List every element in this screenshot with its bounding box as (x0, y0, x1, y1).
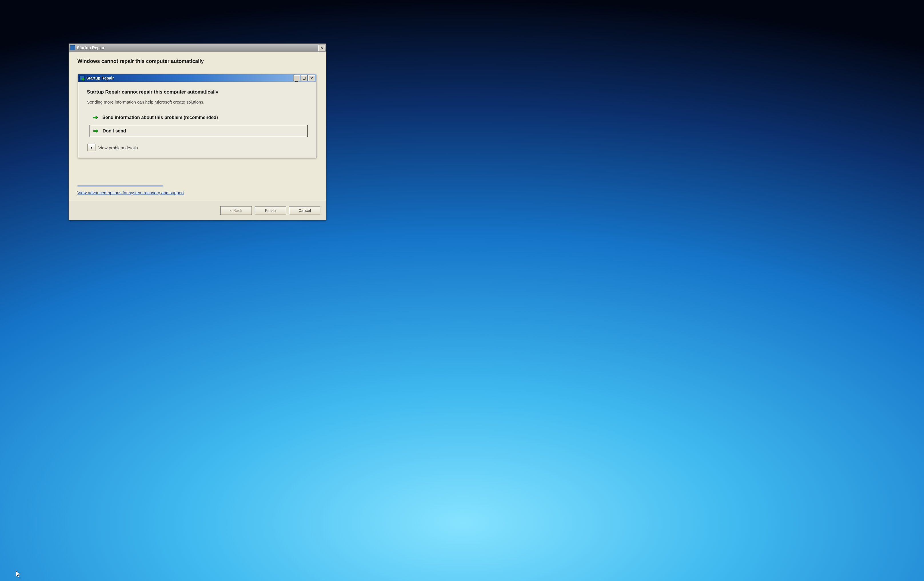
inner-title-bar[interactable]: Startup Repair ▁ ☐ ✕ (78, 74, 316, 82)
cancel-button[interactable]: Cancel (289, 206, 320, 215)
maximize-icon: ☐ (302, 76, 306, 80)
advanced-options-link[interactable]: View advanced options for system recover… (78, 190, 184, 195)
inner-maximize-button[interactable]: ☐ (301, 75, 307, 81)
problem-details-row: ▼ View problem details (87, 144, 307, 151)
outer-heading: Windows cannot repair this computer auto… (78, 58, 317, 65)
option-label: Don't send (102, 128, 126, 134)
inner-heading: Startup Repair cannot repair this comput… (87, 89, 307, 95)
close-icon: ✕ (320, 46, 323, 50)
option-label: Send information about this problem (rec… (102, 115, 218, 120)
arrow-right-icon (93, 128, 99, 134)
outer-title-bar[interactable]: Startup Repair ✕ (69, 44, 326, 52)
outer-links-area: View advanced options for system recover… (78, 184, 317, 197)
outer-footer: < Back Finish Cancel (69, 201, 326, 220)
option-send-info[interactable]: Send information about this problem (rec… (89, 112, 307, 123)
finish-button[interactable]: Finish (255, 206, 286, 215)
inner-close-button[interactable]: ✕ (308, 75, 315, 81)
chevron-down-icon: ▼ (90, 146, 93, 149)
startup-repair-icon (70, 45, 75, 50)
mouse-cursor-icon (16, 571, 21, 578)
inner-window-title: Startup Repair (86, 76, 293, 80)
option-dont-send[interactable]: Don't send (89, 125, 307, 137)
obscured-diagnose-link[interactable] (78, 184, 163, 186)
arrow-right-icon (92, 115, 98, 121)
back-button: < Back (220, 206, 252, 215)
startup-repair-shield-icon (79, 76, 84, 81)
close-icon: ✕ (310, 76, 313, 80)
minimize-icon: ▁ (295, 77, 298, 81)
inner-minimize-button[interactable]: ▁ (293, 75, 300, 81)
details-expand-button[interactable]: ▼ (87, 144, 96, 151)
inner-window-body: Startup Repair cannot repair this comput… (78, 82, 316, 157)
outer-window-title: Startup Repair (77, 45, 317, 50)
inner-subheading: Sending more information can help Micros… (87, 99, 307, 104)
outer-close-button[interactable]: ✕ (318, 45, 325, 51)
startup-repair-inner-window: Startup Repair ▁ ☐ ✕ Startup Repair cann… (78, 74, 317, 158)
details-label: View problem details (98, 145, 138, 150)
startup-repair-outer-window: Startup Repair ✕ Windows cannot repair t… (69, 43, 327, 220)
